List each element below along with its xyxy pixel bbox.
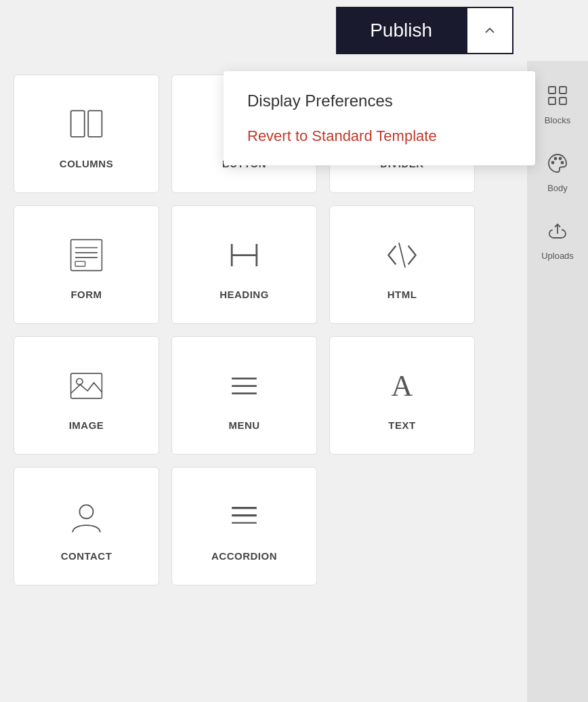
block-columns-label: COLUMNS: [60, 158, 113, 169]
chevron-up-button[interactable]: [466, 7, 513, 54]
image-icon: [68, 367, 105, 407]
block-html-label: HTML: [387, 289, 417, 300]
svg-rect-1: [88, 110, 102, 137]
right-sidebar: Blocks Body Uploads: [527, 61, 588, 702]
text-icon: A: [383, 367, 421, 407]
form-icon: [68, 236, 105, 276]
palette-icon: [547, 152, 568, 179]
upload-icon: [547, 220, 568, 247]
svg-rect-23: [549, 87, 555, 94]
block-text-label: TEXT: [388, 419, 415, 431]
columns-icon: [68, 106, 105, 146]
menu-icon: [226, 367, 263, 407]
svg-point-27: [552, 162, 554, 164]
top-bar: Publish: [0, 0, 588, 61]
chevron-up-icon: [482, 22, 498, 39]
sidebar-item-uploads[interactable]: Uploads: [527, 210, 588, 271]
sidebar-uploads-label: Uploads: [541, 251, 574, 261]
block-accordion-label: ACCORDION: [211, 550, 277, 562]
html-icon: [383, 236, 421, 276]
sidebar-blocks-label: Blocks: [545, 115, 570, 125]
display-preferences-panel: Display Preferences Revert to Standard T…: [224, 71, 535, 165]
dropdown-title: Display Preferences: [247, 91, 511, 110]
svg-point-28: [555, 158, 557, 160]
accordion-icon: [226, 498, 263, 538]
revert-to-standard-button[interactable]: Revert to Standard Template: [247, 127, 437, 144]
svg-rect-26: [560, 98, 566, 104]
block-menu[interactable]: MENU: [171, 336, 317, 455]
sidebar-item-blocks[interactable]: Blocks: [527, 75, 588, 136]
svg-point-29: [560, 158, 562, 160]
block-heading-label: HEADING: [219, 289, 269, 300]
block-form-label: FORM: [70, 289, 102, 300]
svg-rect-8: [75, 261, 85, 266]
block-contact-label: CONTACT: [61, 550, 112, 562]
heading-icon: [226, 236, 263, 276]
svg-point-30: [562, 162, 564, 164]
block-heading[interactable]: HEADING: [171, 205, 317, 324]
block-accordion[interactable]: ACCORDION: [171, 467, 317, 585]
block-text[interactable]: A TEXT: [329, 336, 475, 455]
block-columns[interactable]: COLUMNS: [14, 75, 159, 193]
sidebar-body-label: Body: [547, 183, 568, 193]
sidebar-item-body[interactable]: Body: [527, 142, 588, 203]
block-form[interactable]: FORM: [14, 205, 159, 324]
contact-icon: [68, 498, 105, 538]
block-image[interactable]: IMAGE: [14, 336, 159, 455]
block-html[interactable]: HTML: [329, 205, 475, 324]
block-contact[interactable]: CONTACT: [14, 467, 159, 585]
grid-icon: [547, 85, 568, 111]
svg-point-19: [79, 505, 93, 518]
svg-text:A: A: [392, 369, 413, 402]
publish-button[interactable]: Publish: [336, 7, 466, 54]
block-menu-label: MENU: [228, 419, 259, 431]
svg-rect-0: [71, 110, 85, 137]
svg-rect-25: [549, 98, 555, 104]
block-image-label: IMAGE: [69, 419, 104, 431]
svg-point-14: [77, 378, 83, 384]
svg-rect-24: [560, 87, 566, 94]
svg-line-12: [399, 243, 405, 268]
